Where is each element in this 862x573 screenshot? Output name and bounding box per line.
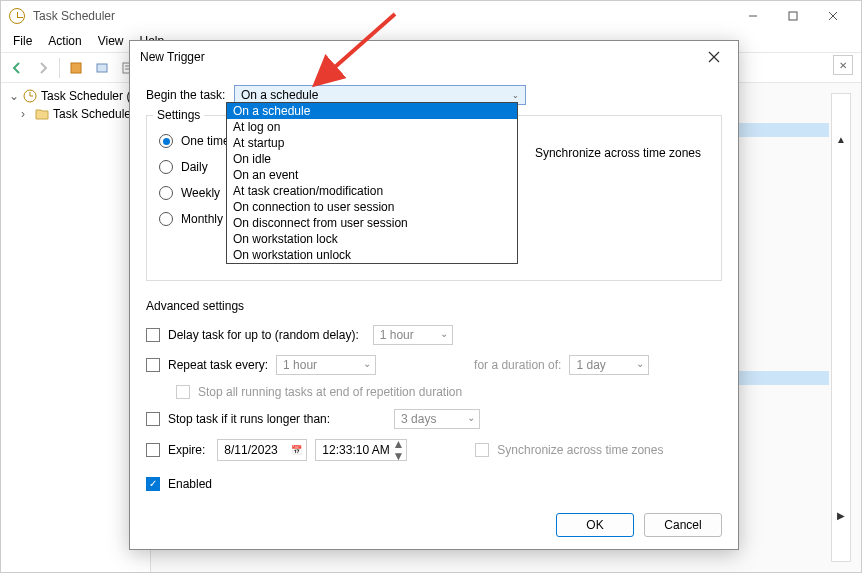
tree-expand-icon[interactable]: › [21, 107, 31, 121]
option-on-schedule[interactable]: On a schedule [227, 103, 517, 119]
repeat-label: Repeat task every: [168, 358, 268, 372]
tree-child[interactable]: › Task Scheduler [5, 105, 146, 123]
enabled-checkbox[interactable] [146, 477, 160, 491]
option-at-startup[interactable]: At startup [227, 135, 517, 151]
tree-child-label: Task Scheduler [53, 107, 135, 121]
advanced-settings-label: Advanced settings [146, 299, 722, 313]
stop-longer-label: Stop task if it runs longer than: [168, 412, 330, 426]
sync-zones-label: Synchronize across time zones [535, 146, 701, 160]
option-on-unlock[interactable]: On workstation unlock [227, 247, 517, 263]
menu-view[interactable]: View [90, 31, 132, 52]
ok-button[interactable]: OK [556, 513, 634, 537]
radio-daily[interactable]: Daily [159, 160, 230, 174]
tree-collapse-icon[interactable]: ⌄ [9, 89, 19, 103]
option-on-lock[interactable]: On workstation lock [227, 231, 517, 247]
panel-close-button[interactable]: ✕ [833, 55, 853, 75]
dialog-close-button[interactable] [700, 43, 728, 71]
repeat-select[interactable]: 1 hour [276, 355, 376, 375]
option-on-disconnect[interactable]: On disconnect from user session [227, 215, 517, 231]
scroll-right-icon[interactable]: ▶ [837, 510, 845, 521]
delay-checkbox[interactable] [146, 328, 160, 342]
option-at-logon[interactable]: At log on [227, 119, 517, 135]
back-button[interactable] [5, 56, 29, 80]
radio-icon [159, 134, 173, 148]
accent-bar-bottom [729, 371, 829, 385]
accent-bar-top [729, 123, 829, 137]
settings-legend: Settings [153, 108, 204, 122]
spinner-icon[interactable]: ▲▼ [392, 438, 404, 462]
menu-file[interactable]: File [5, 31, 40, 52]
radio-monthly[interactable]: Monthly [159, 212, 230, 226]
folder-icon [35, 107, 49, 121]
radio-icon [159, 160, 173, 174]
delay-select[interactable]: 1 hour [373, 325, 453, 345]
stop-longer-select[interactable]: 3 days [394, 409, 480, 429]
scroll-region: ▲ ▶ [831, 93, 851, 562]
titlebar: Task Scheduler [1, 1, 861, 31]
option-on-event[interactable]: On an event [227, 167, 517, 183]
stop-all-label: Stop all running tasks at end of repetit… [198, 385, 462, 399]
tree-root-label: Task Scheduler (L [41, 89, 137, 103]
begin-task-dropdown-list[interactable]: On a schedule At log on At startup On id… [226, 102, 518, 264]
svg-rect-4 [71, 63, 81, 73]
app-title: Task Scheduler [33, 9, 733, 23]
option-on-connect[interactable]: On connection to user session [227, 199, 517, 215]
tree-root[interactable]: ⌄ Task Scheduler (L [5, 87, 146, 105]
expire-time-input[interactable]: 12:33:10 AM ▲▼ [315, 439, 407, 461]
tool-icon-2[interactable] [90, 56, 114, 80]
option-on-idle[interactable]: On idle [227, 151, 517, 167]
stop-longer-checkbox[interactable] [146, 412, 160, 426]
enabled-label: Enabled [168, 477, 212, 491]
menu-action[interactable]: Action [40, 31, 89, 52]
duration-label: for a duration of: [474, 358, 561, 372]
svg-rect-5 [97, 64, 107, 72]
chevron-down-icon: ⌄ [512, 91, 519, 100]
begin-task-label: Begin the task: [146, 88, 234, 102]
dialog-title: New Trigger [140, 50, 700, 64]
radio-icon [159, 186, 173, 200]
delay-label: Delay task for up to (random delay): [168, 328, 359, 342]
radio-weekly[interactable]: Weekly [159, 186, 230, 200]
scroll-up-icon[interactable]: ▲ [836, 134, 846, 145]
duration-select[interactable]: 1 day [569, 355, 649, 375]
cancel-button[interactable]: Cancel [644, 513, 722, 537]
app-icon [9, 8, 25, 24]
sync-zones-checkbox-disabled [475, 443, 489, 457]
dialog-titlebar: New Trigger [130, 41, 738, 73]
calendar-icon: 📅 [291, 445, 302, 455]
sync-zones-label-disabled: Synchronize across time zones [497, 443, 663, 457]
expire-label: Expire: [168, 443, 205, 457]
tool-icon-1[interactable] [64, 56, 88, 80]
expire-date-input[interactable]: 8/11/2023 📅 [217, 439, 307, 461]
radio-one-time[interactable]: One time [159, 134, 230, 148]
close-button[interactable] [813, 2, 853, 30]
minimize-button[interactable] [733, 2, 773, 30]
clock-icon [23, 89, 37, 103]
option-at-creation[interactable]: At task creation/modification [227, 183, 517, 199]
toolbar-separator [59, 58, 60, 78]
maximize-button[interactable] [773, 2, 813, 30]
expire-checkbox[interactable] [146, 443, 160, 457]
stop-all-checkbox [176, 385, 190, 399]
forward-button[interactable] [31, 56, 55, 80]
radio-icon [159, 212, 173, 226]
svg-rect-1 [789, 12, 797, 20]
repeat-checkbox[interactable] [146, 358, 160, 372]
begin-task-value: On a schedule [241, 88, 318, 102]
